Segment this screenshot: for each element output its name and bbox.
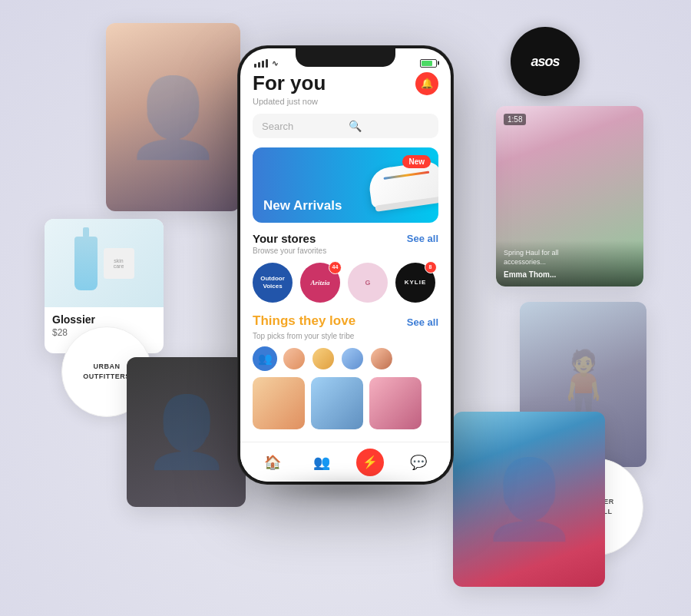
stores-subtitle: Browse your favorites bbox=[253, 247, 438, 255]
asos-logo: asos bbox=[531, 54, 559, 70]
banner[interactable]: New New Arrivals bbox=[253, 147, 438, 223]
signal-bar-1 bbox=[254, 64, 256, 68]
bottle-cap bbox=[83, 227, 89, 237]
battery-fill bbox=[422, 61, 432, 66]
screen-header: For you 🔔 bbox=[253, 71, 438, 95]
stores-see-all[interactable]: See all bbox=[407, 233, 438, 244]
sneaker-body bbox=[367, 161, 438, 209]
store-name-outdoor: OutdoorVoices bbox=[260, 275, 285, 290]
person-bottomleft-card: 👤 bbox=[127, 357, 246, 507]
search-placeholder: Search bbox=[262, 121, 342, 132]
love-see-all[interactable]: See all bbox=[407, 316, 438, 328]
phone-device: ∿ For you 🔔 Updated just now Search 🔍 bbox=[238, 46, 453, 484]
store-item-aritzia[interactable]: Aritzia 44 bbox=[300, 263, 340, 303]
search-bar[interactable]: Search 🔍 bbox=[253, 114, 438, 138]
signal-bar-3 bbox=[262, 61, 264, 68]
nav-people[interactable]: 👥 bbox=[307, 448, 336, 477]
video-caption: Spring Haul for allaccessories... bbox=[504, 248, 636, 267]
banner-label: New Arrivals bbox=[263, 198, 342, 214]
store-badge-kylie: 8 bbox=[425, 261, 437, 273]
store-name-aritzia: Aritzia bbox=[310, 279, 329, 287]
product-thumb-2[interactable] bbox=[311, 377, 363, 429]
store-item-glossier[interactable]: G bbox=[348, 263, 388, 303]
banner-new-badge: New bbox=[402, 155, 431, 168]
glossier-box: skincare bbox=[104, 248, 134, 279]
stores-title: Your stores bbox=[253, 232, 316, 245]
notification-bell[interactable]: 🔔 bbox=[415, 72, 438, 95]
store-circle-glossier[interactable]: G bbox=[348, 263, 388, 303]
nav-home[interactable]: 🏠 bbox=[258, 448, 287, 477]
video-person-name: Emma Thom... bbox=[504, 270, 636, 279]
page-title: For you bbox=[253, 71, 326, 95]
product-thumb-1[interactable] bbox=[253, 377, 305, 429]
nav-bolt[interactable]: ⚡ bbox=[356, 449, 384, 476]
screen-content: For you 🔔 Updated just now Search 🔍 New … bbox=[240, 71, 451, 429]
stores-row: OutdoorVoices Aritzia 44 G bbox=[253, 263, 438, 303]
phone-screen: ∿ For you 🔔 Updated just now Search 🔍 bbox=[240, 48, 451, 482]
page-subtitle: Updated just now bbox=[253, 97, 438, 106]
battery-indicator bbox=[420, 59, 437, 68]
sneaker-sole bbox=[375, 197, 438, 212]
person-bottomleft-figure: 👤 bbox=[144, 392, 230, 472]
tribe-avatar-2[interactable] bbox=[311, 346, 336, 371]
tribe-avatar-3[interactable] bbox=[340, 346, 365, 371]
glossier-brand: Glossier bbox=[52, 313, 156, 326]
signal-bars bbox=[254, 59, 268, 68]
sneaker-stripe bbox=[383, 171, 429, 180]
tribe-avatars-row: 👥 bbox=[253, 346, 438, 371]
person-topleft-card: 👤 bbox=[106, 23, 240, 211]
photo-bottomright-card: 👤 bbox=[453, 412, 605, 587]
store-name-glossier: G bbox=[365, 279, 370, 287]
love-title: Things they love bbox=[253, 313, 355, 329]
video-overlay: Spring Haul for allaccessories... Emma T… bbox=[496, 240, 643, 286]
person-topleft-figure: 👤 bbox=[125, 72, 221, 163]
store-circle-kylie[interactable]: KYLIE 8 bbox=[395, 263, 435, 303]
video-timer-badge: 1:58 bbox=[504, 114, 526, 125]
store-circle-outdoor-voices[interactable]: OutdoorVoices bbox=[253, 263, 293, 303]
store-badge-aritzia: 44 bbox=[329, 261, 342, 274]
tribe-avatar-4[interactable] bbox=[369, 346, 394, 371]
phone-frame: ∿ For you 🔔 Updated just now Search 🔍 bbox=[238, 46, 453, 484]
tribe-avatar-1[interactable] bbox=[282, 346, 306, 371]
glossier-image-area: skincare bbox=[45, 219, 164, 307]
tribe-add-button[interactable]: 👥 bbox=[253, 346, 277, 371]
stores-header: Your stores See all bbox=[253, 232, 438, 245]
glossier-bottle bbox=[74, 237, 98, 290]
store-circle-aritzia[interactable]: Aritzia 44 bbox=[300, 263, 340, 303]
store-item-outdoor-voices[interactable]: OutdoorVoices bbox=[253, 263, 293, 303]
signal-wifi-group: ∿ bbox=[254, 59, 278, 68]
love-header: Things they love See all bbox=[253, 313, 438, 330]
nav-chat[interactable]: 💬 bbox=[404, 448, 433, 477]
search-icon[interactable]: 🔍 bbox=[349, 120, 429, 132]
video-card[interactable]: 1:58 Spring Haul for allaccessories... E… bbox=[496, 106, 643, 286]
asos-card[interactable]: asos bbox=[511, 27, 580, 96]
signal-bar-2 bbox=[258, 62, 260, 68]
phone-notch bbox=[296, 48, 395, 67]
store-name-kylie: KYLIE bbox=[405, 279, 427, 286]
phone-shadow bbox=[246, 476, 445, 499]
love-subtitle: Top picks from your style tribe bbox=[253, 332, 438, 340]
signal-bar-4 bbox=[266, 59, 268, 68]
wifi-icon: ∿ bbox=[272, 59, 278, 68]
store-item-kylie[interactable]: KYLIE 8 bbox=[395, 263, 435, 303]
photo-subject-figure: 👤 bbox=[453, 412, 605, 587]
product-thumbnails-row bbox=[253, 377, 438, 429]
product-thumb-3[interactable] bbox=[369, 377, 422, 429]
